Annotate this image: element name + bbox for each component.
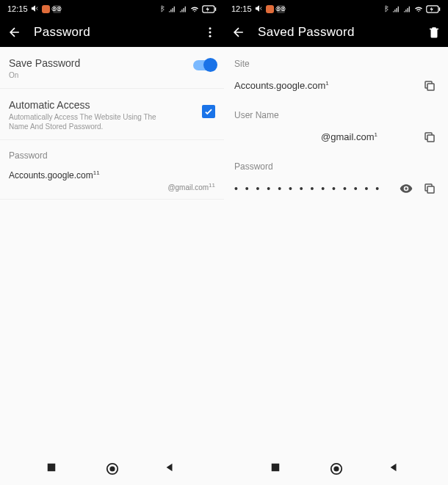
site-value: Accounts.google.com1 <box>234 80 414 91</box>
saved-password-item[interactable]: Accounts.google.com11 @gmail.com11 <box>0 164 224 200</box>
app-bar: Saved Password <box>224 18 448 47</box>
status-bar: 12:15 ⦿⦿ <box>224 0 448 18</box>
triangle-left-icon <box>389 462 399 473</box>
more-menu-button[interactable] <box>203 26 217 39</box>
username-label: User Name <box>234 110 438 120</box>
mute-icon <box>255 4 263 14</box>
arrow-left-icon <box>7 25 22 40</box>
svg-rect-10 <box>48 464 56 472</box>
battery-icon <box>426 5 441 13</box>
automatic-access-title: Automatic Access <box>9 99 178 111</box>
password-section-header: Password <box>0 140 224 164</box>
back-button[interactable] <box>7 25 22 40</box>
eye-icon <box>399 181 413 196</box>
svg-point-4 <box>209 35 212 37</box>
copy-site-button[interactable] <box>422 78 438 94</box>
site-field: Site Accounts.google.com1 <box>224 47 448 98</box>
svg-point-15 <box>333 466 339 471</box>
save-password-title: Save Password <box>9 57 80 69</box>
circle-icon <box>330 462 343 475</box>
bluetooth-icon <box>382 5 389 12</box>
nav-back-button[interactable] <box>389 462 402 475</box>
signal-1-icon <box>168 5 176 12</box>
username-field: User Name @gmail.com1 <box>224 98 448 150</box>
navigation-bar <box>0 454 224 484</box>
password-value: • • • • • • • • • • • • • • <box>234 183 391 194</box>
more-vertical-icon <box>203 26 217 39</box>
nav-recent-button[interactable] <box>270 462 283 475</box>
trash-icon <box>427 26 441 39</box>
password-item-user: @gmail.com11 <box>9 182 215 192</box>
screen-passwords-list: 12:15 ⦿⦿ Password Save Password On <box>0 0 224 485</box>
automatic-access-desc: Automatically Access The Website Using T… <box>9 112 178 132</box>
screen-password-detail: 12:15 ⦿⦿ Saved Password Site <box>224 0 448 485</box>
content-area: Site Accounts.google.com1 User Name @gma… <box>224 47 448 485</box>
tile-icon: ⦿⦿ <box>53 5 61 13</box>
automatic-access-setting[interactable]: Automatic Access Automatically Access Th… <box>0 89 224 140</box>
svg-point-2 <box>209 27 212 29</box>
notification-badge-icon <box>266 5 274 13</box>
signal-2-icon <box>179 5 187 12</box>
wifi-icon <box>414 5 423 12</box>
delete-button[interactable] <box>427 26 441 39</box>
save-password-desc: On <box>9 70 80 81</box>
svg-rect-8 <box>427 135 434 142</box>
signal-2-icon <box>403 5 411 12</box>
save-password-setting[interactable]: Save Password On <box>0 47 224 89</box>
copy-icon <box>423 131 436 144</box>
navigation-bar <box>224 454 448 484</box>
mute-icon <box>31 4 39 14</box>
nav-back-button[interactable] <box>165 462 178 475</box>
username-value: @gmail.com1 <box>234 131 414 142</box>
page-title: Saved Password <box>258 25 416 40</box>
check-icon <box>203 106 214 117</box>
battery-icon <box>202 5 217 13</box>
svg-rect-13 <box>272 464 280 472</box>
svg-rect-6 <box>439 7 441 11</box>
nav-recent-button[interactable] <box>46 462 59 475</box>
status-bar: 12:15 ⦿⦿ <box>0 0 224 18</box>
bluetooth-icon <box>158 5 165 12</box>
svg-rect-9 <box>427 186 434 193</box>
arrow-left-icon <box>231 25 246 40</box>
status-indicators <box>158 5 217 13</box>
svg-rect-7 <box>427 84 434 90</box>
svg-point-12 <box>109 466 115 471</box>
content-area: Save Password On Automatic Access Automa… <box>0 47 224 485</box>
show-password-button[interactable] <box>398 180 414 197</box>
svg-point-3 <box>209 32 212 34</box>
wifi-icon <box>190 5 199 12</box>
nav-home-button[interactable] <box>330 462 343 475</box>
notification-badge-icon <box>42 5 50 13</box>
copy-password-button[interactable] <box>422 180 438 197</box>
copy-icon <box>423 182 436 195</box>
triangle-left-icon <box>165 462 175 473</box>
copy-username-button[interactable] <box>422 129 438 145</box>
status-time: 12:15 <box>231 4 252 13</box>
nav-home-button[interactable] <box>106 462 119 475</box>
copy-icon <box>423 79 436 92</box>
page-title: Password <box>34 25 192 40</box>
circle-icon <box>106 462 119 475</box>
svg-rect-1 <box>215 7 217 11</box>
status-time: 12:15 <box>7 4 28 13</box>
password-label: Password <box>234 161 438 172</box>
square-icon <box>270 462 281 473</box>
automatic-access-checkbox[interactable] <box>202 105 215 118</box>
password-field: Password • • • • • • • • • • • • • • <box>224 150 448 201</box>
password-item-site: Accounts.google.com11 <box>9 169 215 180</box>
save-password-toggle[interactable] <box>193 60 215 70</box>
square-icon <box>46 462 57 473</box>
signal-1-icon <box>392 5 400 12</box>
status-indicators <box>382 5 441 13</box>
app-bar: Password <box>0 18 224 47</box>
back-button[interactable] <box>231 25 246 40</box>
tile-icon: ⦿⦿ <box>277 5 285 13</box>
site-label: Site <box>234 59 438 69</box>
